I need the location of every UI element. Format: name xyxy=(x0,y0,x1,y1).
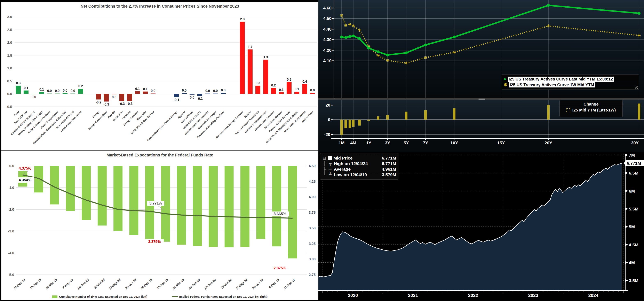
curve-change-panel[interactable]: 200-201M4M1Y3Y5Y7Y10Y15Y20Y30Y Change I2… xyxy=(318,100,644,152)
svg-text:4M: 4M xyxy=(629,260,635,265)
svg-text:0.2: 0.2 xyxy=(78,84,83,88)
svg-text:0.0: 0.0 xyxy=(205,89,210,93)
svg-text:7Y: 7Y xyxy=(423,140,428,145)
legend-item-cuts: Cumulative Number of 1/4% Cuts Expected … xyxy=(52,295,147,298)
high-label: High on 12/04/24 xyxy=(334,161,380,166)
svg-text:3.5M: 3.5M xyxy=(629,278,638,283)
white-square-icon xyxy=(328,156,332,160)
svg-text:0.1: 0.1 xyxy=(24,86,28,90)
svg-text:5.5M: 5.5M xyxy=(629,207,638,211)
svg-text:Food: Food xyxy=(14,110,20,117)
svg-text:0.0: 0.0 xyxy=(63,89,67,92)
svg-text:2021: 2021 xyxy=(408,293,418,298)
fed-funds-chart: 0.0-1.0-2.0-3.0-4.0-5.04.504.254.003.753… xyxy=(2,151,318,300)
svg-text:0.0: 0.0 xyxy=(221,89,226,92)
legend-row-mid[interactable]: ⊟ Mid Price 6.771M xyxy=(322,156,396,161)
svg-text:✳: ✳ xyxy=(358,28,361,33)
treasury-curve-panel[interactable]: 4.604.504.404.304.204.10✳✳✳✳✳✳✳✳✳✳✳✳✳ ● … xyxy=(318,0,644,98)
svg-text:1.7: 1.7 xyxy=(248,45,252,49)
svg-text:28-Oct-26: 28-Oct-26 xyxy=(251,278,264,290)
svg-text:2.75: 2.75 xyxy=(309,273,316,277)
svg-text:4.30: 4.30 xyxy=(323,37,332,42)
svg-text:2024: 2024 xyxy=(588,293,599,298)
svg-text:2020: 2020 xyxy=(348,293,358,298)
low-value: 3.579M xyxy=(382,172,396,177)
change-legend[interactable]: Change I25 Mid YTM (Last-1W) xyxy=(560,100,623,117)
svg-text:✳: ✳ xyxy=(404,61,408,65)
svg-text:18-Mar-26: 18-Mar-26 xyxy=(172,278,185,290)
svg-text:0.1: 0.1 xyxy=(143,87,148,91)
svg-text:0.1: 0.1 xyxy=(294,88,299,91)
tree-branch-icon: ├ xyxy=(322,161,326,166)
svg-text:30Y: 30Y xyxy=(631,140,639,145)
svg-text:4.20: 4.20 xyxy=(323,48,332,53)
svg-text:4M: 4M xyxy=(350,140,356,145)
svg-text:0.0: 0.0 xyxy=(70,89,75,93)
dashed-square-icon xyxy=(566,108,570,112)
svg-text:-4.0: -4.0 xyxy=(8,251,14,255)
mid-price-legend[interactable]: ⊟ Mid Price 6.771M ├ ┳ High on 12/04/24 … xyxy=(320,153,398,180)
legend-row-average[interactable]: ├ ╪ Average 4.961M xyxy=(322,167,396,172)
svg-text:✳: ✳ xyxy=(376,53,380,58)
change-legend-row[interactable]: I25 Mid YTM (Last-1W) xyxy=(560,108,622,113)
svg-text:30-Jul-25: 30-Jul-25 xyxy=(93,278,106,289)
svg-text:29-Jul-26: 29-Jul-26 xyxy=(220,278,232,289)
svg-text:-0.3: -0.3 xyxy=(104,103,109,106)
change-legend-label: I25 Mid YTM (Last-1W) xyxy=(572,108,616,113)
collapse-box-icon[interactable]: ⊟ xyxy=(322,156,326,161)
legend-row-high[interactable]: ├ ┳ High on 12/04/24 6.771M xyxy=(322,161,396,166)
fed-funds-legend: Cumulative Number of 1/4% Cuts Expected … xyxy=(2,295,318,298)
svg-text:0.0: 0.0 xyxy=(7,92,12,96)
mid-price-panel[interactable]: 7M6.5M6M5.5M5M4.5M4M3.5M2020202120222023… xyxy=(318,152,644,301)
svg-text:17-Sep-25: 17-Sep-25 xyxy=(108,278,122,290)
svg-text:4.50: 4.50 xyxy=(323,16,332,21)
svg-text:0.0: 0.0 xyxy=(182,89,186,92)
svg-text:29-Apr-26: 29-Apr-26 xyxy=(188,278,201,290)
svg-text:-20: -20 xyxy=(324,132,330,137)
high-marker-icon: ┳ xyxy=(328,161,332,166)
svg-text:0.0: 0.0 xyxy=(55,89,60,93)
svg-text:1.3: 1.3 xyxy=(264,56,268,59)
svg-text:3.00: 3.00 xyxy=(309,257,316,261)
svg-text:4.375%: 4.375% xyxy=(19,166,31,170)
legend-cuts-label: Cumulative Number of 1/4% Cuts Expected … xyxy=(59,295,147,298)
svg-text:✳: ✳ xyxy=(638,33,641,38)
svg-text:15Y: 15Y xyxy=(497,140,505,145)
svg-text:4.354%: 4.354% xyxy=(19,178,31,182)
svg-text:0.0: 0.0 xyxy=(112,96,116,99)
average-label: Average xyxy=(334,167,380,172)
svg-text:2022: 2022 xyxy=(468,293,478,298)
svg-text:4.25: 4.25 xyxy=(309,180,316,184)
svg-text:-1.0: -1.0 xyxy=(8,186,14,190)
high-value: 6.771M xyxy=(382,161,396,166)
legend-resize-handle-icon[interactable] xyxy=(635,86,638,89)
svg-text:18-Dec-24: 18-Dec-24 xyxy=(13,278,26,290)
svg-text:3.25: 3.25 xyxy=(309,242,316,246)
legend-row-low[interactable]: └ ┻ Low on 12/04/19 3.579M xyxy=(322,172,396,177)
svg-text:0.0: 0.0 xyxy=(310,89,315,92)
svg-text:17-Jun-26: 17-Jun-26 xyxy=(204,278,217,290)
svg-text:1.0: 1.0 xyxy=(7,66,12,70)
svg-text:✳: ✳ xyxy=(348,22,352,27)
legend-row-1w[interactable]: ✱ I25 US Treasury Actives Curve 1W Mid Y… xyxy=(504,82,637,88)
svg-text:✳: ✳ xyxy=(424,56,427,60)
change-legend-title: Change xyxy=(560,102,622,107)
svg-text:10Y: 10Y xyxy=(450,140,458,145)
green-dot-icon: ● xyxy=(504,76,506,82)
svg-text:✳: ✳ xyxy=(386,58,390,63)
legend-item-implied-rate: Implied Federal Funds Rates Expected on … xyxy=(172,295,268,298)
svg-text:4.10: 4.10 xyxy=(323,58,332,63)
low-label: Low on 12/04/19 xyxy=(334,172,380,177)
treasury-curve-legend[interactable]: ● I25 US Treasury Actives Curve Last Mid… xyxy=(502,75,639,90)
mid-price-label: Mid Price xyxy=(334,156,380,161)
svg-text:0.5: 0.5 xyxy=(7,79,12,83)
divider-drag-handle[interactable] xyxy=(478,99,486,100)
legend-row-last[interactable]: ● I25 US Treasury Actives Curve Last Mid… xyxy=(504,76,637,82)
svg-text:0: 0 xyxy=(328,117,330,122)
svg-text:-0.1: -0.1 xyxy=(174,98,179,102)
svg-text:✳: ✳ xyxy=(452,50,456,55)
svg-text:3.375%: 3.375% xyxy=(148,240,161,244)
svg-text:7M: 7M xyxy=(629,153,635,157)
legend-last-label: I25 US Treasury Actives Curve Last Mid Y… xyxy=(508,77,614,82)
svg-text:10-Dec-25: 10-Dec-25 xyxy=(140,278,153,290)
